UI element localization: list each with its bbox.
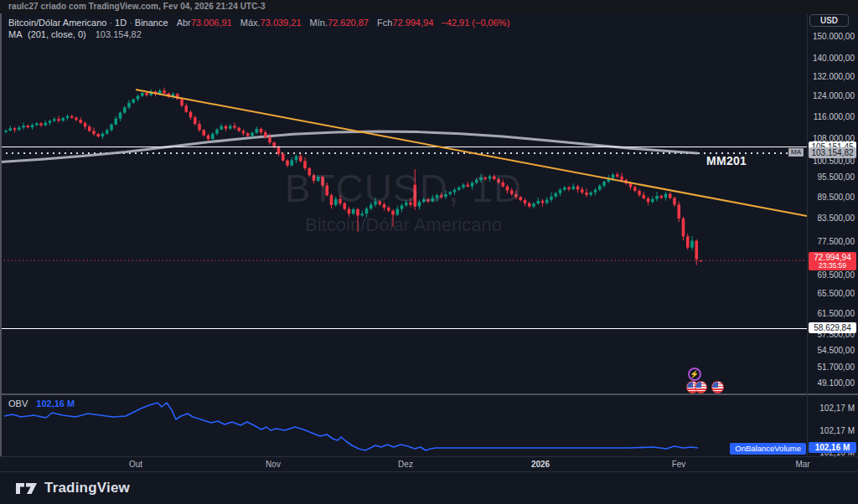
legend-separator: · <box>109 18 112 28</box>
open-value: 73.006,91 <box>191 18 232 28</box>
obv-series-label: OnBalanceVolume <box>730 443 806 455</box>
price-tick: 69.500,00 <box>807 270 855 280</box>
legend-separator: · <box>129 18 132 28</box>
symbol-legend-row[interactable]: Bitcoin/Dólar Americano·1D·Binance Abr73… <box>8 18 509 28</box>
ma-axis-tag: MA <box>788 148 804 157</box>
chart-legend: Bitcoin/Dólar Americano·1D·Binance Abr73… <box>8 18 509 40</box>
time-axis[interactable]: OutNovDez2026FevMar <box>0 456 858 471</box>
ma-indicator-value: 103.154,82 <box>96 29 142 39</box>
flag-canton <box>695 382 701 388</box>
flag-canton <box>712 382 718 388</box>
mm201-text-drawing[interactable]: MM201 <box>706 154 747 167</box>
tradingview-logo-icon[interactable] <box>15 481 38 496</box>
price-tick: 65.500,00 <box>807 289 855 299</box>
hline2-price-badge: 58.629,84 <box>809 322 856 333</box>
attribution-text: raulc27 criado com TradingView.com, Fev … <box>8 2 266 11</box>
price-chart-canvas[interactable] <box>0 13 807 456</box>
obv-axis-tick: 102,17 M <box>807 426 855 436</box>
interval-label[interactable]: 1D <box>115 18 127 28</box>
low-label: Mín. <box>310 18 328 28</box>
ma-201-line[interactable] <box>0 131 697 162</box>
horizontal-line-drawings[interactable] <box>0 147 807 328</box>
time-tick-Out: Out <box>129 460 142 469</box>
price-tick: 124.000,00 <box>807 91 855 101</box>
obv-axis-tick: 102,17 M <box>807 404 855 414</box>
close-value: 72.994,94 <box>392 18 433 28</box>
ma-legend-row[interactable]: MA (201, close, 0) 103.154,82 <box>8 29 509 40</box>
time-tick-Fev: Fev <box>672 460 686 469</box>
obv-indicator-value: 102,16 M <box>36 399 75 409</box>
price-tick: 116.000,00 <box>807 112 855 122</box>
high-value: 73.039,21 <box>261 18 302 28</box>
price-tick: 77.500,00 <box>807 237 855 247</box>
reaction-us-flag-icon[interactable] <box>695 381 707 393</box>
reaction-us-flag-icon[interactable] <box>711 381 724 393</box>
chart-left-edge <box>0 13 2 471</box>
price-tick: 49.100,00 <box>807 378 855 388</box>
high-label: Máx. <box>240 18 261 28</box>
time-tick-2026: 2026 <box>531 460 550 469</box>
exchange-label[interactable]: Binance <box>135 18 168 28</box>
price-tick: 95.500,00 <box>807 172 855 183</box>
ma-indicator-params: (201, close, 0) <box>28 29 86 39</box>
tradingview-brand-text[interactable]: TradingView <box>44 480 130 496</box>
open-label: Abr <box>177 18 191 28</box>
price-tick: 132.000,00 <box>807 72 855 82</box>
attribution-bar: raulc27 criado com TradingView.com, Fev … <box>0 0 858 13</box>
obv-indicator-name[interactable]: OBV <box>8 399 28 409</box>
symbol-title[interactable]: Bitcoin/Dólar Americano <box>8 18 106 28</box>
price-tick: 89.500,00 <box>807 193 855 203</box>
currency-toggle-button[interactable]: USD <box>809 14 849 27</box>
obv-legend-row[interactable]: OBV 102,16 M <box>8 399 75 409</box>
footer-bar: TradingView <box>0 471 858 504</box>
reaction-lightning-icon[interactable]: ⚡ <box>688 368 701 381</box>
change-value: −42,91 (−0,06%) <box>441 18 509 28</box>
flag-canton <box>687 382 693 388</box>
ma-price-badge: 103.154,82 <box>809 147 856 158</box>
close-label: Fch <box>377 18 392 28</box>
price-tick: 140.000,00 <box>807 54 855 64</box>
price-tick: 83.500,00 <box>807 213 855 224</box>
low-value: 72.620,87 <box>328 18 369 28</box>
time-tick-Dez: Dez <box>398 460 413 469</box>
price-tick: 61.500,00 <box>807 309 855 319</box>
trendline-drawing[interactable] <box>136 90 807 216</box>
obv-value-badge: 102,16 M <box>809 442 856 453</box>
price-axis[interactable]: 150.000,00140.000,00132.000,00124.000,00… <box>807 0 858 471</box>
obv-line[interactable] <box>4 403 698 450</box>
pane-separator[interactable] <box>0 393 858 395</box>
countdown-timer: 23:35:59 <box>809 262 856 270</box>
price-tick: 54.500,00 <box>807 346 855 356</box>
time-tick-Nov: Nov <box>266 460 281 469</box>
tradingview-chart-window: raulc27 criado com TradingView.com, Fev … <box>0 0 858 504</box>
ma-indicator-name[interactable]: MA <box>8 29 22 39</box>
price-tick: 150.000,00 <box>807 32 855 42</box>
last-price-badge: 72.994,9423:35:59 <box>809 252 856 270</box>
price-tick: 51.700,00 <box>807 363 855 373</box>
